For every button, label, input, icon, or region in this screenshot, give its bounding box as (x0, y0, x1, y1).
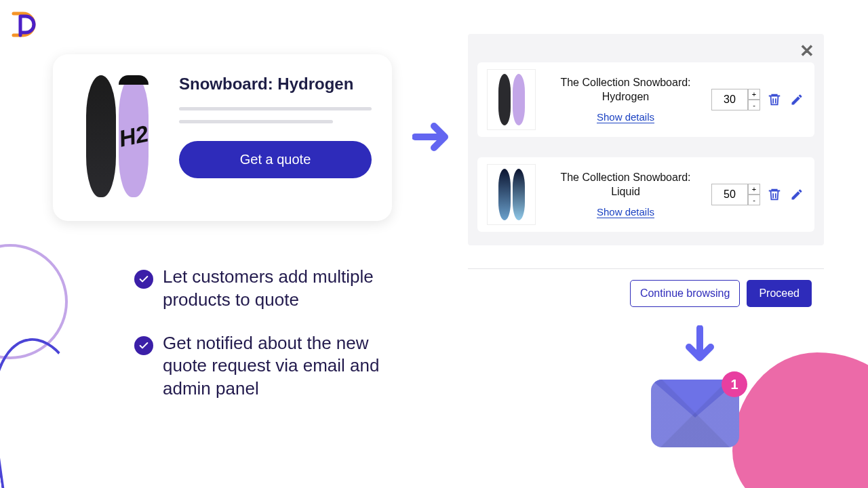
qty-down-button[interactable]: - (748, 100, 760, 110)
check-icon (134, 336, 153, 355)
proceed-button[interactable]: Proceed (747, 280, 812, 307)
get-quote-button[interactable]: Get a quote (179, 141, 372, 178)
snowboard-front-icon (86, 75, 116, 197)
qty-up-button[interactable]: + (748, 184, 760, 195)
feature-text: Get notified about the new quote request… (163, 332, 406, 401)
notification-badge: 1 (722, 371, 747, 397)
show-details-link[interactable]: Show details (597, 111, 654, 123)
edit-button[interactable] (789, 92, 805, 108)
quantity-stepper[interactable]: + - (711, 89, 760, 110)
deco-blob (732, 352, 868, 488)
notification-envelope: 1 (651, 380, 739, 447)
delete-button[interactable] (766, 91, 783, 108)
delete-button[interactable] (766, 186, 783, 203)
quote-actions: Continue browsing Proceed (468, 268, 824, 318)
snowboard-back-icon (119, 75, 149, 197)
skeleton-line (179, 120, 333, 123)
show-details-link[interactable]: Show details (597, 206, 654, 218)
qty-down-button[interactable]: - (748, 195, 760, 205)
product-card: Snowboard: Hydrogen Get a quote (53, 54, 392, 221)
close-icon[interactable]: ✕ (800, 41, 814, 62)
quote-item: The Collection Snowboard: Hydrogen Show … (477, 62, 814, 137)
qty-up-button[interactable]: + (748, 89, 760, 100)
deco-curve (0, 332, 100, 488)
continue-browsing-button[interactable]: Continue browsing (630, 280, 741, 307)
product-title: Snowboard: Hydrogen (179, 75, 372, 94)
item-name: The Collection Snowboard: Hydrogen (547, 76, 705, 104)
feature-item: Let customers add multiple products to q… (134, 266, 406, 312)
feature-list: Let customers add multiple products to q… (134, 266, 406, 421)
check-icon (134, 270, 153, 289)
pencil-icon (790, 188, 804, 201)
pencil-icon (790, 93, 804, 106)
quote-item: The Collection Snowboard: Liquid Show de… (477, 157, 814, 232)
quote-popup: ✕ The Collection Snowboard: Hydrogen Sho… (468, 34, 824, 245)
feature-text: Let customers add multiple products to q… (163, 266, 406, 312)
quantity-stepper[interactable]: + - (711, 184, 760, 205)
edit-button[interactable] (789, 186, 805, 203)
arrow-right-icon (412, 122, 457, 155)
feature-item: Get notified about the new quote request… (134, 332, 406, 401)
item-thumbnail (487, 164, 536, 225)
app-logo (8, 8, 41, 41)
quantity-input[interactable] (711, 89, 748, 110)
arrow-down-icon (685, 325, 715, 373)
trash-icon (767, 187, 782, 202)
product-image (73, 72, 161, 201)
skeleton-line (179, 107, 372, 110)
trash-icon (767, 92, 782, 107)
item-name: The Collection Snowboard: Liquid (547, 171, 705, 199)
item-thumbnail (487, 69, 536, 130)
quantity-input[interactable] (711, 184, 748, 205)
